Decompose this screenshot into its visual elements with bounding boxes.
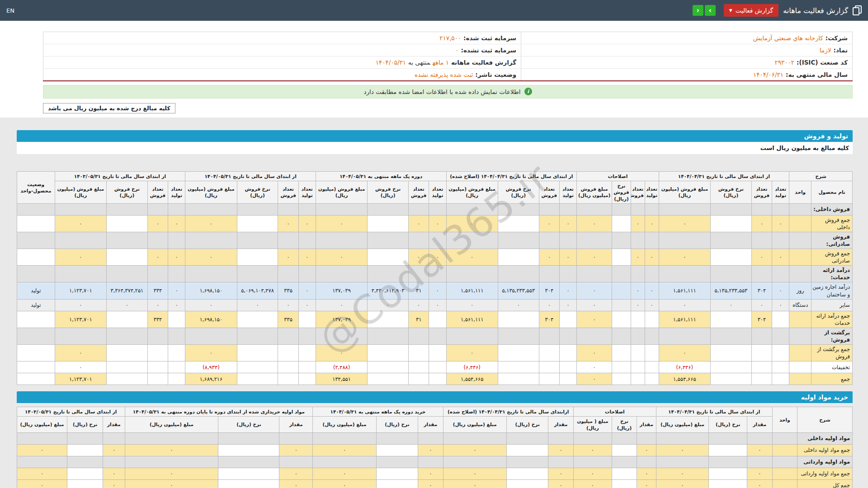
row-unit: [789, 328, 811, 344]
value-cell: [548, 456, 573, 468]
info-link[interactable]: کارخانه هاي صنعتي آزمايش: [753, 34, 823, 42]
report-copy-icon[interactable]: [853, 5, 862, 15]
info-cell: وضعیت ناشر:ثبت شده پذیرفته نشده: [43, 69, 521, 81]
table-row: برگشت از فروش:: [17, 328, 853, 344]
value-cell: [237, 232, 278, 249]
value-cell: ۰: [645, 249, 659, 266]
value-cell: [278, 328, 298, 344]
info-label: نماد:: [833, 47, 848, 54]
production-amounts-note: کلیه مبالغ به میلیون ریال است: [17, 142, 853, 154]
value-cell: [747, 432, 772, 444]
value-cell: ۰: [446, 345, 498, 361]
value-cell: [710, 203, 751, 215]
value-cell: ۱,۵۵۴,۶۶۵: [446, 373, 498, 385]
section-header-production: تولید و فروش: [17, 130, 853, 142]
prev-report-button[interactable]: ‹: [693, 5, 703, 16]
value-cell: [631, 311, 645, 328]
value-cell: [185, 328, 237, 344]
value-cell: [107, 215, 148, 232]
row-unit: [789, 232, 811, 249]
value-cell: [772, 232, 789, 249]
value-cell: ۰: [548, 444, 573, 456]
column-header: نرخ فروش (ریال): [107, 181, 148, 204]
company-info-table: شرکت:کارخانه هاي صنعتي آزمايشسرمایه ثبت …: [43, 32, 853, 81]
value-cell: ۰: [645, 299, 659, 311]
column-header: نرخ فروش (ریال): [498, 181, 539, 204]
info-cell: گزارش فعالیت ماهانه۱ ماههمنتهی به۱۴۰۴/۰۵…: [43, 56, 521, 69]
value-cell: [560, 203, 577, 215]
value-cell: ۰: [279, 479, 313, 488]
value-cell: [147, 203, 168, 215]
value-cell: [185, 232, 237, 249]
value-cell: ۰: [747, 444, 772, 456]
value-cell: [443, 432, 506, 444]
column-group-header: از ابتدای سال مالی تا تاریخ ۱۴۰۳/۰۵/۳۱: [55, 172, 185, 181]
row-name: جمع درآمد ارائه خدمات: [811, 311, 853, 328]
info-value: ۱۴۰۴/۰۵/۳۱: [376, 59, 406, 66]
value-cell: [17, 432, 67, 444]
value-cell: [710, 266, 751, 282]
value-cell: [498, 266, 539, 282]
value-cell: [67, 456, 103, 468]
value-cell: [409, 345, 429, 361]
value-cell: ۰: [185, 215, 237, 232]
value-cell: [168, 266, 185, 282]
value-cell: ۰: [443, 468, 506, 479]
table-row: جمع درآمد ارائه خدمات۳۰۴۱,۵۶۱,۱۱۱۰۳۰۴۱,۵…: [17, 311, 853, 328]
value-cell: ۰: [429, 282, 446, 299]
value-cell: [278, 373, 298, 385]
value-cell: [376, 444, 418, 456]
row-unit: روز: [789, 282, 811, 299]
value-cell: [168, 373, 185, 385]
column-header: مبلغ فروش (میلیون ریال): [185, 181, 237, 204]
value-cell: [298, 203, 316, 215]
value-cell: [710, 232, 751, 249]
column-header: تعداد فروش: [751, 181, 772, 204]
info-link[interactable]: لازما: [820, 47, 831, 54]
column-header: مقدار: [747, 417, 772, 432]
column-header: مبلغ (میلیون ریال): [313, 417, 376, 432]
language-switch[interactable]: EN: [6, 7, 14, 14]
value-cell: [418, 432, 443, 444]
info-cell: شرکت:کارخانه هاي صنعتي آزمايش: [521, 32, 853, 44]
value-cell: [612, 299, 631, 311]
value-cell: ۳۳۵: [278, 311, 298, 328]
value-cell: ۳۰۴: [751, 311, 772, 328]
chevron-down-icon: ▼: [729, 9, 732, 13]
value-cell: ۰: [125, 468, 218, 479]
info-value: ۱ ماهه: [433, 59, 449, 66]
value-cell: ۰: [498, 299, 539, 311]
value-cell: ۵,۱۳۵,۲۳۳,۵۵۳: [710, 282, 751, 299]
value-cell: [498, 373, 539, 385]
report-type-dropdown[interactable]: گزارش فعالیت ▼: [724, 4, 778, 17]
next-report-button[interactable]: ›: [705, 5, 716, 16]
value-cell: ۰: [168, 249, 185, 266]
column-header: نرخ فروش (ریال): [368, 181, 409, 204]
value-cell: [298, 311, 316, 328]
value-cell: ۰: [577, 345, 612, 361]
column-group-header: از ابتدای سال مالی تا تاریخ ۱۴۰۳/۰۵/۳۱: [17, 407, 125, 417]
info-cell: کد صنعت (ISIC):۲۹۳۰۰۲: [521, 56, 853, 69]
value-cell: [55, 328, 106, 344]
table-row: جمع فروش داخلی۰۰۰۰۰۰۰۰۰۰۰۰۰۰۰۰۰۰: [17, 215, 853, 232]
company-info-section: شرکت:کارخانه هاي صنعتي آزمايشسرمایه ثبت …: [0, 21, 868, 117]
table-row: جمع۱,۵۵۴,۶۶۵۰۱,۵۵۴,۶۶۵۱۳۴,۵۵۱۱,۶۸۹,۲۱۶۱,…: [17, 373, 853, 385]
row-name: فروش داخلی:: [811, 203, 853, 215]
value-cell: [147, 232, 168, 249]
row-name: جمع کل: [797, 479, 853, 488]
value-cell: [147, 328, 168, 344]
column-header: مبلغ فروش (میلیون ریال): [316, 181, 367, 204]
info-label: سرمایه ثبت نشده:: [461, 47, 517, 54]
value-cell: [612, 456, 637, 468]
value-cell: [560, 345, 577, 361]
info-value: ۱۴۰۴/۰۶/۳۱: [753, 71, 783, 78]
column-header: مبلغ فروش (میلیون ریال): [659, 181, 710, 204]
section-header-materials: خرید مواد اولیه: [17, 391, 853, 403]
value-cell: [67, 468, 103, 479]
column-header: مقدار: [279, 417, 313, 432]
row-unit: [789, 345, 811, 361]
value-cell: [168, 203, 185, 215]
column-group-header: خرید دوره یک ماهه منتهی به ۱۴۰۴/۰۵/۳۱: [313, 407, 443, 417]
value-cell: [659, 203, 710, 215]
value-cell: [429, 311, 446, 328]
